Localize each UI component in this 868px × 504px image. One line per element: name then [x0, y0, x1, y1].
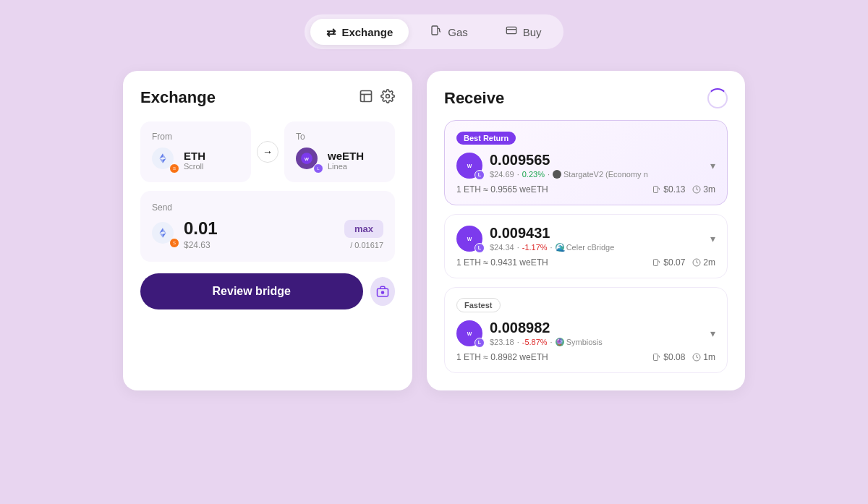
send-amount: 0.01	[184, 218, 218, 239]
settings-button[interactable]	[380, 89, 395, 107]
route-2-amount: 0.008982	[490, 320, 703, 336]
route-card-1[interactable]: W L 0.009431 $24.34 · -1.17% · 🌊 Celer c…	[444, 214, 728, 278]
receive-header: Receive	[444, 88, 728, 108]
buy-icon	[506, 25, 517, 39]
route-0-sub: $24.69 · 0.23% · StargateV2 (Economy n	[490, 170, 703, 179]
nav-gas[interactable]: Gas	[414, 19, 484, 45]
route-2-amount-section: 0.008982 $23.18 · -5.87% · 🔮 Symbiosis	[490, 320, 703, 346]
route-2-fees: $0.08 1m	[652, 352, 715, 362]
route-1-bottom-row: 1 ETH ≈ 0.9431 weETH $0.07 2m	[456, 257, 715, 268]
header-icons	[359, 89, 395, 107]
receive-title: Receive	[444, 89, 504, 108]
route-1-amount-section: 0.009431 $24.34 · -1.17% · 🌊 Celer cBrid…	[490, 225, 703, 252]
send-scroll-badge: S	[169, 238, 179, 248]
route-0-amount: 0.009565	[490, 152, 703, 168]
from-token-symbol: ETH	[184, 150, 205, 162]
route-0-chain-badge: L	[475, 170, 485, 180]
route-2-main-row: W L 0.008982 $23.18 · -5.87% · 🔮 Symbios…	[456, 320, 715, 346]
route-2-rate: 1 ETH ≈ 0.8982 weETH	[456, 352, 548, 362]
route-1-expand-button[interactable]: ▾	[710, 233, 715, 244]
route-2-bottom-row: 1 ETH ≈ 0.8982 weETH $0.08 1m	[456, 352, 715, 362]
swap-direction-button[interactable]: →	[257, 141, 278, 163]
svg-marker-13	[163, 228, 166, 233]
route-1-token-icon: W L	[456, 226, 482, 252]
history-button[interactable]	[359, 89, 373, 107]
from-network: Scroll	[184, 162, 205, 171]
to-label: To	[296, 132, 383, 142]
route-1-fees: $0.07 2m	[652, 257, 715, 268]
svg-text:W: W	[305, 156, 309, 161]
route-card-0[interactable]: Best Return W L 0.009565 $24.69 · 0.23% …	[444, 120, 728, 205]
route-2-time: 1m	[692, 352, 715, 362]
route-0-token-icon: W L	[456, 153, 482, 179]
route-0-amount-section: 0.009565 $24.69 · 0.23% · StargateV2 (Ec…	[490, 152, 703, 179]
svg-text:W: W	[467, 163, 472, 168]
loading-spinner	[707, 88, 728, 108]
send-usd: $24.63	[184, 240, 218, 250]
wallet-button[interactable]	[370, 277, 395, 306]
review-bridge-button[interactable]: Review bridge	[140, 273, 363, 309]
route-0-expand-button[interactable]: ▾	[710, 160, 715, 171]
from-label: From	[152, 132, 239, 142]
nav-gas-label: Gas	[448, 26, 468, 38]
send-left: S 0.01 $24.63	[152, 218, 218, 250]
to-box[interactable]: To W L weETH Linea	[284, 121, 395, 182]
route-2-token-icon: W L	[456, 320, 482, 346]
linea-chain-badge: L	[313, 163, 323, 174]
best-return-badge: Best Return	[456, 132, 516, 145]
top-navigation: ⇄ Exchange Gas Buy	[305, 14, 563, 49]
route-1-provider: Celer cBridge	[566, 243, 615, 252]
svg-rect-21	[654, 187, 658, 193]
svg-text:W: W	[467, 331, 472, 336]
route-2-chain-badge: L	[475, 338, 485, 348]
exchange-icon: ⇄	[326, 25, 336, 39]
svg-marker-10	[163, 158, 166, 163]
svg-marker-8	[160, 153, 163, 158]
to-token-row: W L weETH Linea	[296, 148, 383, 172]
eth-icon-wrapper: S	[152, 148, 176, 172]
from-token-row: S ETH Scroll	[152, 148, 239, 172]
max-button[interactable]: max	[344, 220, 383, 238]
route-1-chain-badge: L	[475, 243, 485, 253]
exchange-card-header: Exchange	[140, 88, 395, 107]
svg-point-6	[386, 94, 390, 98]
route-2-change: -5.87%	[522, 338, 548, 346]
route-0-bottom-row: 1 ETH ≈ 0.9565 weETH $0.13 3m	[456, 184, 715, 195]
svg-marker-9	[160, 158, 163, 163]
svg-rect-25	[654, 260, 658, 266]
balance-text: / 0.01617	[350, 241, 383, 249]
exchange-title: Exchange	[140, 88, 216, 107]
nav-exchange[interactable]: ⇄ Exchange	[310, 19, 409, 45]
route-2-expand-button[interactable]: ▾	[710, 328, 715, 339]
route-1-main-row: W L 0.009431 $24.34 · -1.17% · 🌊 Celer c…	[456, 225, 715, 252]
route-0-fees: $0.13 3m	[652, 184, 715, 195]
route-2-gas: $0.08	[652, 352, 685, 362]
from-to-row: From S ETH Scroll → To	[140, 121, 395, 182]
exchange-card: Exchange From S	[123, 71, 412, 390]
send-right: max / 0.01617	[344, 220, 383, 249]
send-eth-icon-wrapper: S	[152, 222, 176, 247]
route-0-usd: $24.69	[490, 170, 514, 179]
to-network: Linea	[328, 162, 364, 171]
exchange-footer-row: Review bridge	[140, 273, 395, 309]
route-1-change: -1.17%	[522, 243, 548, 252]
route-card-2[interactable]: Fastest W L 0.008982 $23.18 · -5.87% · 🔮	[444, 287, 728, 373]
route-1-amount: 0.009431	[490, 225, 703, 242]
route-1-usd: $24.34	[490, 243, 514, 252]
scroll-chain-badge: S	[169, 163, 179, 174]
fastest-badge: Fastest	[456, 298, 501, 312]
from-box[interactable]: From S ETH Scroll	[140, 121, 251, 182]
svg-marker-15	[160, 233, 163, 237]
route-2-sub: $23.18 · -5.87% · 🔮 Symbiosis	[490, 338, 703, 346]
route-0-gas: $0.13	[652, 184, 685, 195]
route-1-time: 2m	[692, 257, 715, 268]
svg-rect-29	[654, 354, 658, 361]
route-1-rate: 1 ETH ≈ 0.9431 weETH	[456, 257, 548, 268]
route-0-change: 0.23%	[522, 170, 545, 179]
nav-buy[interactable]: Buy	[490, 19, 558, 45]
nav-exchange-label: Exchange	[341, 26, 393, 38]
svg-rect-0	[432, 26, 438, 35]
route-0-time: 3m	[692, 184, 715, 195]
to-token-symbol: weETH	[328, 150, 364, 162]
route-1-gas: $0.07	[652, 257, 685, 268]
